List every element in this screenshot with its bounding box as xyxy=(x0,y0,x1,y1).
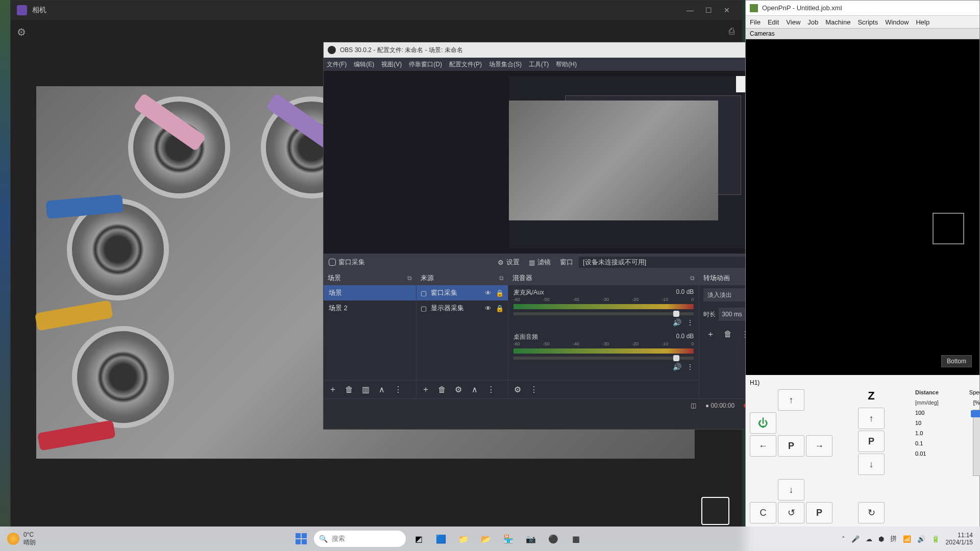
menu-scenes[interactable]: 场景集合(S) xyxy=(489,60,522,69)
taskbar-app[interactable]: 📁 xyxy=(454,529,473,548)
menu-scripts[interactable]: Scripts xyxy=(857,18,878,26)
park-z-button[interactable]: P xyxy=(858,431,885,452)
tray-onedrive-icon[interactable]: ☁ xyxy=(866,535,872,543)
tray-mic-icon[interactable]: 🎤 xyxy=(851,535,860,543)
system-tray[interactable]: ˄ 🎤 ☁ ⬢ 拼 📶 🔊 🔋 11:14 2024/1/15 xyxy=(835,532,980,546)
distance-option[interactable]: 1.0 xyxy=(915,430,939,436)
slider-thumb[interactable] xyxy=(673,355,679,361)
remove-source-button[interactable]: 🗑 xyxy=(437,385,447,394)
gear-icon[interactable]: ⚙ xyxy=(17,26,26,38)
distance-option[interactable]: 10 xyxy=(915,420,939,426)
popout-icon[interactable]: ⧉ xyxy=(407,274,412,282)
slider-thumb[interactable] xyxy=(971,410,980,417)
taskbar-obs-app[interactable]: ⚫ xyxy=(544,529,563,548)
menu-view[interactable]: 视图(V) xyxy=(381,60,402,69)
source-settings-button[interactable]: ⚙ 设置 xyxy=(498,258,520,267)
move-up-button[interactable]: ∧ xyxy=(377,385,387,394)
jog-cw-button[interactable]: ↻ xyxy=(858,502,885,523)
menu-profile[interactable]: 配置文件(P) xyxy=(449,60,482,69)
cancel-button[interactable]: C xyxy=(750,502,776,523)
jog-z-plus-button[interactable]: ↑ xyxy=(858,408,885,429)
menu-help[interactable]: 帮助(H) xyxy=(556,60,577,69)
add-scene-button[interactable]: ＋ xyxy=(328,384,338,395)
taskbar-app[interactable]: ▦ xyxy=(566,529,585,548)
power-button[interactable]: ⏻ xyxy=(750,412,776,434)
menu-edit[interactable]: Edit xyxy=(768,18,779,26)
scene-item[interactable]: 场景 xyxy=(324,285,416,300)
lock-toggle[interactable]: 🔒 xyxy=(496,305,504,312)
menu-job[interactable]: Job xyxy=(807,18,818,26)
task-view-button[interactable]: ◩ xyxy=(409,529,428,548)
tray-battery-icon[interactable]: 🔋 xyxy=(932,535,940,543)
menu-file[interactable]: File xyxy=(750,18,761,26)
menu-edit[interactable]: 编辑(E) xyxy=(354,60,374,69)
taskbar-app[interactable]: 🏪 xyxy=(499,529,518,548)
add-source-button[interactable]: ＋ xyxy=(421,384,431,395)
maximize-button[interactable]: ☐ xyxy=(699,3,718,17)
move-up-button[interactable]: ∧ xyxy=(470,385,480,394)
park-xy-button[interactable]: P xyxy=(778,435,804,457)
menu-dock[interactable]: 停靠窗口(D) xyxy=(409,60,442,69)
minimize-button[interactable]: — xyxy=(681,3,699,17)
popout-icon[interactable]: ⧉ xyxy=(499,274,504,282)
menu-file[interactable]: 文件(F) xyxy=(327,60,347,69)
camera-titlebar[interactable]: 相机 — ☐ ✕ xyxy=(11,1,742,20)
remove-scene-button[interactable]: 🗑 xyxy=(344,385,354,394)
volume-slider[interactable] xyxy=(513,312,694,315)
capture-mode-button[interactable] xyxy=(701,497,729,525)
camera-name-badge[interactable]: Bottom xyxy=(941,355,972,367)
jog-x-minus-button[interactable]: ← xyxy=(750,435,776,457)
volume-slider[interactable] xyxy=(513,357,694,360)
mute-button[interactable]: 🔊 xyxy=(673,363,681,371)
more-icon[interactable]: ⋮ xyxy=(687,318,694,327)
windows-taskbar[interactable]: 0°C 晴朗 🔍 搜索 ◩ 🟦 📁 📂 🏪 📷 ⚫ ▦ ˄ 🎤 ☁ ⬢ 拼 📶 … xyxy=(0,527,980,551)
popout-icon[interactable]: ⧉ xyxy=(690,274,695,282)
more-icon[interactable]: ⋮ xyxy=(486,385,496,394)
source-item[interactable]: ▢ 窗口采集 👁 🔒 xyxy=(416,285,508,300)
menu-window[interactable]: Window xyxy=(885,18,909,26)
clock[interactable]: 11:14 2024/1/15 xyxy=(946,532,973,546)
taskbar-app[interactable]: 📂 xyxy=(476,529,496,548)
taskbar-camera-app[interactable]: 📷 xyxy=(521,529,541,548)
source-filters-button[interactable]: ▥ 滤镜 xyxy=(529,258,551,267)
scene-item[interactable]: 场景 2 xyxy=(324,300,416,316)
export-icon[interactable]: ⎙ xyxy=(729,26,734,37)
tray-app-icon[interactable]: ⬢ xyxy=(878,535,884,543)
speed-slider[interactable] xyxy=(973,410,980,476)
taskbar-app[interactable]: 🟦 xyxy=(431,529,451,548)
distance-option[interactable]: 0.01 xyxy=(915,450,939,457)
menu-tools[interactable]: 工具(T) xyxy=(529,60,549,69)
distance-option[interactable]: 100 xyxy=(915,410,939,416)
visibility-toggle[interactable]: 👁 xyxy=(485,305,492,312)
distance-option[interactable]: 0.1 xyxy=(915,440,939,446)
openpnp-titlebar[interactable]: OpenPnP - Untitled.job.xml xyxy=(746,1,979,16)
jog-y-minus-button[interactable]: ↓ xyxy=(778,479,804,500)
menu-view[interactable]: View xyxy=(786,18,800,26)
tray-wifi-icon[interactable]: 📶 xyxy=(903,535,911,543)
search-box[interactable]: 🔍 搜索 xyxy=(314,531,406,547)
menu-machine[interactable]: Machine xyxy=(825,18,850,26)
add-transition-button[interactable]: ＋ xyxy=(703,327,718,341)
tray-volume-icon[interactable]: 🔊 xyxy=(917,535,925,543)
jog-ccw-button[interactable]: ↺ xyxy=(778,502,804,523)
weather-widget[interactable]: 0°C 晴朗 xyxy=(0,531,43,547)
tray-ime-icon[interactable]: 拼 xyxy=(890,534,897,543)
more-icon[interactable]: ⋮ xyxy=(529,385,539,394)
more-icon[interactable]: ⋮ xyxy=(687,363,694,371)
close-button[interactable]: ✕ xyxy=(718,3,736,17)
scene-filters-button[interactable]: ▥ xyxy=(360,385,371,394)
mixer-advanced-button[interactable]: ⚙ xyxy=(512,385,523,394)
source-properties-button[interactable]: ⚙ xyxy=(453,385,463,394)
source-item[interactable]: ▢ 显示器采集 👁 🔒 xyxy=(416,300,508,316)
jog-y-plus-button[interactable]: ↑ xyxy=(778,389,804,411)
remove-transition-button[interactable]: 🗑 xyxy=(721,327,735,341)
jog-z-minus-button[interactable]: ↓ xyxy=(858,454,885,475)
slider-thumb[interactable] xyxy=(673,311,679,317)
tray-chevron-icon[interactable]: ˄ xyxy=(842,535,845,543)
lock-toggle[interactable]: 🔒 xyxy=(496,289,504,297)
start-button[interactable] xyxy=(291,529,311,548)
park-c-button[interactable]: P xyxy=(806,502,832,523)
visibility-toggle[interactable]: 👁 xyxy=(485,289,492,297)
jog-x-plus-button[interactable]: → xyxy=(806,435,832,457)
mute-button[interactable]: 🔊 xyxy=(673,318,681,327)
